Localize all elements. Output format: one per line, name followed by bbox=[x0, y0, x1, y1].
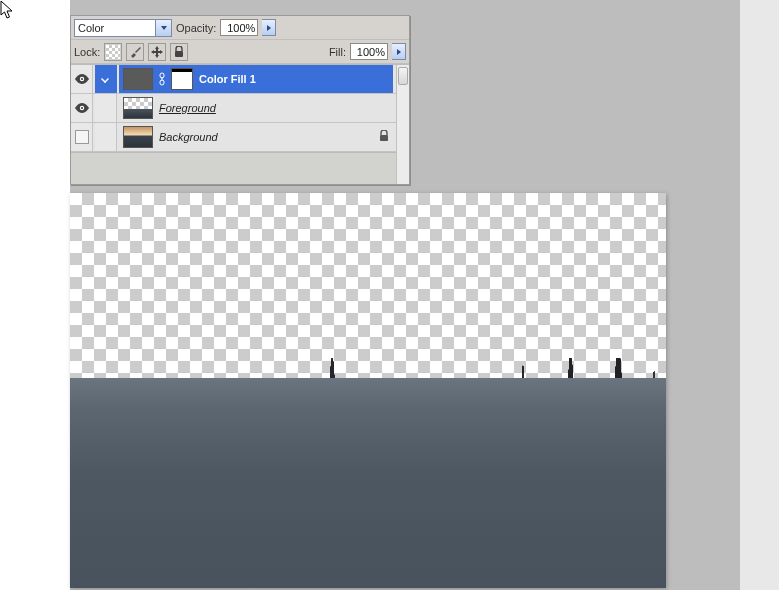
svg-rect-0 bbox=[175, 51, 183, 57]
link-toggle[interactable] bbox=[95, 94, 117, 122]
blend-mode-dropdown-button[interactable] bbox=[155, 20, 171, 36]
link-toggle[interactable] bbox=[95, 123, 117, 151]
chevron-down-icon bbox=[101, 75, 109, 83]
eye-icon bbox=[74, 74, 90, 84]
brush-icon bbox=[129, 46, 141, 58]
lock-pixels-button[interactable] bbox=[126, 43, 144, 61]
page-margin bbox=[0, 0, 70, 590]
svg-point-7 bbox=[80, 107, 82, 109]
blend-mode-value: Color bbox=[78, 22, 104, 34]
scrollbar-thumb[interactable] bbox=[398, 67, 408, 85]
fill-field[interactable]: 100% bbox=[350, 43, 388, 60]
arrow-right-icon bbox=[267, 25, 271, 31]
layer-content[interactable]: Foreground bbox=[119, 94, 393, 122]
layer-row[interactable]: Color Fill 1 bbox=[71, 65, 409, 94]
link-icon bbox=[159, 71, 165, 87]
layer-thumbnail bbox=[123, 126, 153, 148]
visibility-toggle[interactable] bbox=[71, 94, 93, 122]
fill-slider-button[interactable] bbox=[392, 43, 406, 60]
canvas-foreground-ground bbox=[70, 378, 666, 588]
fill-value: 100% bbox=[357, 46, 385, 58]
layer-content[interactable]: Background bbox=[119, 123, 393, 151]
layers-panel: Color Opacity: 100% Lock: bbox=[70, 15, 410, 185]
layer-thumbnail bbox=[123, 68, 153, 90]
opacity-slider-button[interactable] bbox=[262, 19, 276, 36]
layer-list: Color Fill 1 Foreground bbox=[71, 64, 409, 184]
layer-name[interactable]: Background bbox=[159, 131, 218, 143]
blend-mode-select[interactable]: Color bbox=[74, 19, 172, 37]
app-sidebar-gutter bbox=[740, 0, 779, 590]
lock-all-button[interactable] bbox=[170, 43, 188, 61]
transparency-icon bbox=[106, 45, 120, 59]
lock-transparency-button[interactable] bbox=[104, 43, 122, 61]
svg-rect-8 bbox=[380, 135, 388, 141]
link-toggle[interactable] bbox=[95, 65, 117, 93]
padlock-icon bbox=[379, 130, 389, 142]
visibility-toggle[interactable] bbox=[71, 65, 93, 93]
visibility-toggle[interactable] bbox=[71, 123, 93, 151]
layer-name[interactable]: Foreground bbox=[159, 102, 216, 114]
layer-name[interactable]: Color Fill 1 bbox=[199, 73, 256, 85]
lock-label: Lock: bbox=[74, 46, 100, 58]
layer-content[interactable]: Color Fill 1 bbox=[119, 65, 393, 93]
locked-indicator bbox=[379, 130, 389, 144]
move-icon bbox=[151, 46, 163, 58]
chevron-down-icon bbox=[161, 26, 167, 30]
arrow-right-icon bbox=[397, 49, 401, 55]
opacity-label: Opacity: bbox=[176, 22, 216, 34]
workspace-stage: Color Opacity: 100% Lock: bbox=[70, 0, 740, 590]
lock-position-button[interactable] bbox=[148, 43, 166, 61]
svg-point-2 bbox=[80, 78, 82, 80]
blend-opacity-row: Color Opacity: 100% bbox=[71, 16, 409, 40]
layer-thumbnail bbox=[123, 97, 153, 119]
lock-fill-row: Lock: Fill: bbox=[71, 40, 409, 64]
layer-row[interactable]: Foreground bbox=[71, 94, 409, 123]
opacity-value: 100% bbox=[227, 22, 255, 34]
layer-row[interactable]: Background bbox=[71, 123, 409, 152]
visibility-off-icon bbox=[75, 130, 89, 144]
fill-label: Fill: bbox=[329, 46, 346, 58]
layer-mask-thumbnail[interactable] bbox=[171, 68, 193, 90]
document-canvas[interactable] bbox=[70, 193, 666, 588]
layer-list-empty-area[interactable] bbox=[71, 152, 409, 184]
layer-list-scrollbar[interactable] bbox=[396, 65, 409, 184]
padlock-icon bbox=[174, 46, 184, 58]
opacity-field[interactable]: 100% bbox=[220, 19, 258, 36]
eye-icon bbox=[74, 103, 90, 113]
